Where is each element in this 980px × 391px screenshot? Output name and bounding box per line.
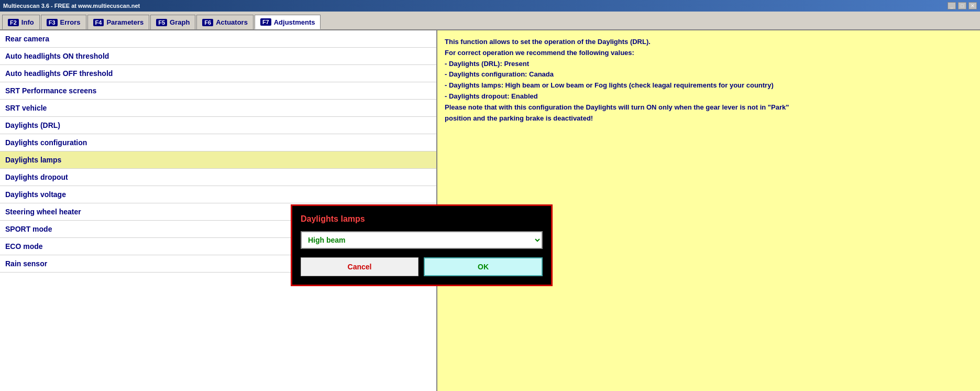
info-text-line: Please note that with this configuration… xyxy=(445,102,973,113)
close-button[interactable]: ✕ xyxy=(968,2,977,9)
daylights-lamps-dialog: Daylights lamps High beamLow beamFog lig… xyxy=(291,204,553,286)
info-text-line: - Daylights dropout: Enabled xyxy=(445,91,973,102)
window-controls: _ □ ✕ xyxy=(948,2,977,9)
list-item[interactable]: SRT Performance screens xyxy=(0,82,436,100)
tab-label-adjustments: Adjustments xyxy=(274,18,315,26)
tab-errors[interactable]: F3 Errors xyxy=(41,15,86,29)
tab-actuators[interactable]: F6 Actuators xyxy=(196,15,254,29)
titlebar: Multiecuscan 3.6 - FREE at www.multiecus… xyxy=(0,0,980,12)
dialog-title: Daylights lamps xyxy=(301,214,543,224)
info-text-line: - Daylights (DRL): Present xyxy=(445,59,973,70)
list-item[interactable]: Auto headlights ON threshold xyxy=(0,48,436,65)
tab-label-graph: Graph xyxy=(170,18,190,26)
ok-button[interactable]: OK xyxy=(424,257,543,276)
tab-key-errors: F3 xyxy=(47,19,58,26)
tab-adjustments[interactable]: F7 Adjustments xyxy=(255,15,321,29)
dialog-select-wrapper: High beamLow beamFog lights xyxy=(301,231,543,249)
info-text-line: - Daylights lamps: High beam or Low beam… xyxy=(445,80,973,91)
info-text-line: position and the parking brake is deacti… xyxy=(445,113,973,124)
tabbar: F2 Info F3 Errors F4 Parameters F5 Graph… xyxy=(0,12,980,30)
list-item[interactable]: Rear camera xyxy=(0,30,436,48)
list-item[interactable]: Daylights configuration xyxy=(0,134,436,151)
tab-graph[interactable]: F5 Graph xyxy=(150,15,195,29)
list-item[interactable]: Auto headlights OFF threshold xyxy=(0,65,436,82)
info-text-line: This function allows to set the operatio… xyxy=(445,37,973,48)
daylights-lamps-select[interactable]: High beamLow beamFog lights xyxy=(301,231,543,249)
tab-key-actuators: F6 xyxy=(202,19,213,26)
tab-info[interactable]: F2 Info xyxy=(2,15,40,29)
list-item[interactable]: Daylights (DRL) xyxy=(0,117,436,134)
dialog-buttons: Cancel OK xyxy=(301,257,543,276)
list-item[interactable]: Daylights dropout xyxy=(0,169,436,186)
list-item[interactable]: Daylights voltage xyxy=(0,186,436,203)
list-item[interactable]: Daylights lamps xyxy=(0,151,436,169)
minimize-button[interactable]: _ xyxy=(948,2,956,9)
info-text-line: - Daylights configuration: Canada xyxy=(445,69,973,80)
tab-key-info: F2 xyxy=(8,19,19,26)
titlebar-title: Multiecuscan 3.6 - FREE at www.multiecus… xyxy=(3,3,140,9)
info-text-line: For correct operation we recommend the f… xyxy=(445,48,973,59)
cancel-button[interactable]: Cancel xyxy=(301,257,419,276)
tab-key-adjustments: F7 xyxy=(260,18,271,26)
tab-key-graph: F5 xyxy=(156,19,167,26)
maximize-button[interactable]: □ xyxy=(958,2,966,9)
tab-label-info: Info xyxy=(21,18,34,26)
tab-label-parameters: Parameters xyxy=(106,18,144,26)
tab-key-parameters: F4 xyxy=(93,19,104,26)
tab-parameters[interactable]: F4 Parameters xyxy=(87,15,150,29)
tab-label-actuators: Actuators xyxy=(216,18,248,26)
tab-label-errors: Errors xyxy=(60,18,81,26)
list-item[interactable]: SRT vehicle xyxy=(0,100,436,117)
